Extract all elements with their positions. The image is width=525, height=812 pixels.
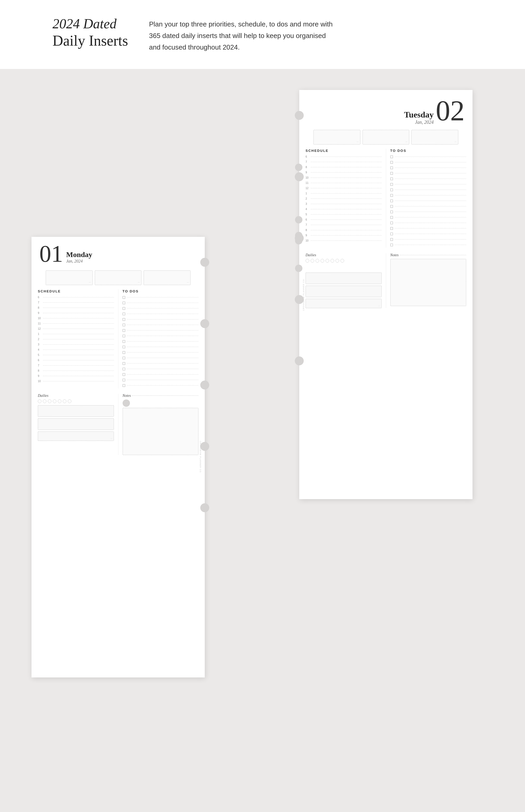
habit-circle-3[interactable] <box>316 259 319 263</box>
habit-circle-2[interactable] <box>311 259 314 263</box>
habit-circle-7[interactable] <box>335 259 339 263</box>
m-habit-circle-3[interactable] <box>48 400 51 403</box>
todo-row-7 <box>390 187 466 192</box>
todo-row-8 <box>390 193 466 198</box>
m-todo-row-15 <box>123 372 199 377</box>
monday-notes-header-line <box>132 395 198 396</box>
pages-container: CROSSBOW PLANNER CO. Tuesday Jan, 2024 0… <box>26 90 499 798</box>
hole-m-1 <box>200 258 209 267</box>
monday-dailies-boxes: ··· <box>38 405 114 441</box>
priority-box-1[interactable]: ··· <box>313 130 360 144</box>
header-description: Plan your top three priorities, schedule… <box>149 16 333 53</box>
todo-row-16 <box>390 237 466 242</box>
hole-3 <box>295 234 304 243</box>
tuesday-todo-rows <box>390 154 466 248</box>
tuesday-notes-col: Notes <box>386 253 466 308</box>
monday-notes-header: Notes <box>123 394 131 398</box>
m-dailies-box-1[interactable] <box>38 405 114 417</box>
todo-row-12 <box>390 215 466 220</box>
todo-row-3 <box>390 165 466 171</box>
habit-circle-6[interactable] <box>330 259 334 263</box>
monday-priority-box-2[interactable]: ··· <box>95 270 142 285</box>
m-todo-row-17 <box>123 383 199 388</box>
bottom-padding <box>31 457 205 463</box>
tuesday-schedule-col: SCHEDULE 6 7 8 9 10 11 12 1 <box>305 149 386 248</box>
habit-circle-4[interactable] <box>320 259 324 263</box>
monday-page: CROSSBOW PLANNER CO. 01 Monday Jan, 2024… <box>31 237 205 677</box>
m-todo-row-12 <box>123 355 199 361</box>
tuesday-header: Tuesday Jan, 2024 02 <box>299 90 472 128</box>
todo-row-4 <box>390 171 466 176</box>
priority-box-3[interactable]: ··· <box>411 130 458 144</box>
m-hour-row-4: 4 <box>38 347 114 353</box>
monday-schedule-rows: 6 7 8 9 10 11 12 1 2 3 4 5 6 7 8 <box>38 295 114 384</box>
hole-marker-8: 8 <box>305 165 382 170</box>
m-habit-circle-5[interactable] <box>58 400 61 403</box>
tuesday-dailies-header: Dailies <box>305 253 382 257</box>
todo-row-5 <box>390 176 466 182</box>
dailies-box-1[interactable] <box>305 272 382 284</box>
m-todo-row-2 <box>123 300 199 306</box>
habit-circle-1[interactable] <box>305 259 309 263</box>
tuesday-todo-col: TO DOS <box>386 149 466 248</box>
m-habit-circle-7[interactable] <box>68 400 71 403</box>
tuesday-day-name: Tuesday <box>404 110 434 120</box>
hour-row-12: 12 <box>305 186 382 191</box>
m-todo-row-3 <box>123 306 199 311</box>
header: 2024 Dated Daily Inserts Plan your top t… <box>0 0 525 69</box>
m-hour-row-3: 3 <box>38 342 114 347</box>
m-todo-row-5 <box>123 317 199 322</box>
m-todo-row-4 <box>123 311 199 316</box>
hour-row-5: 5 <box>305 212 382 217</box>
monday-day-info: Monday Jan, 2024 <box>66 250 92 264</box>
tuesday-page: CROSSBOW PLANNER CO. Tuesday Jan, 2024 0… <box>299 90 472 499</box>
todo-row-15 <box>390 231 466 237</box>
tuesday-notes-area[interactable] <box>390 259 466 306</box>
m-hour-row-6b: 6 <box>38 358 114 363</box>
m-hour-row-9b: 9 <box>38 374 114 379</box>
m-todo-row-14 <box>123 366 199 372</box>
hour-row-10: 10 <box>305 175 382 181</box>
hour-row-7: 7 <box>305 159 382 165</box>
m-habit-circle-1[interactable] <box>38 400 42 403</box>
mon-hole-bottom <box>123 400 199 407</box>
m-hour-row-9: 9 <box>38 311 114 316</box>
monday-content: SCHEDULE 6 7 8 9 10 11 12 1 2 3 4 5 <box>31 287 205 391</box>
hour-row-9: 9 <box>305 170 382 175</box>
m-todo-row-13 <box>123 361 199 366</box>
m-hour-row-8: 8 <box>38 305 114 311</box>
m-habit-circle-2[interactable] <box>43 400 46 403</box>
todo-row-13 <box>390 220 466 225</box>
habit-circle-5[interactable] <box>326 259 329 263</box>
m-todo-row-8 <box>123 333 199 339</box>
tuesday-notes-header-row: Notes <box>390 253 466 257</box>
todo-row-2 <box>390 160 466 165</box>
tuesday-priority-row: ··· ··· ··· <box>307 128 465 146</box>
monday-schedule-col: SCHEDULE 6 7 8 9 10 11 12 1 2 3 4 5 <box>38 289 118 388</box>
monday-priority-row: ··· ··· ··· <box>40 268 197 287</box>
dailies-box-3[interactable]: ··· <box>305 299 382 308</box>
priority-box-2[interactable]: ··· <box>362 130 409 144</box>
dailies-box-2[interactable] <box>305 286 382 297</box>
tuesday-habit-circles <box>305 259 382 263</box>
m-habit-circle-4[interactable] <box>53 400 57 403</box>
monday-priority-box-1[interactable]: ··· <box>46 270 93 285</box>
hole-2 <box>295 172 304 181</box>
hole-m-3 <box>200 380 209 389</box>
monday-priority-box-3[interactable]: ··· <box>144 270 191 285</box>
tuesday-dailies-col: Dailies <box>305 253 386 308</box>
monday-todo-col: TO DOS <box>118 289 199 388</box>
hour-row-2: 2 <box>305 196 382 201</box>
m-hour-row-12: 12 <box>38 326 114 331</box>
monday-habit-circles <box>38 400 114 403</box>
title-block: 2024 Dated Daily Inserts <box>52 16 128 50</box>
m-todo-row-6 <box>123 322 199 328</box>
monday-sidebar-label: CROSSBOW PLANNER CO. <box>199 441 201 473</box>
m-dailies-box-3[interactable]: ··· <box>38 432 114 441</box>
m-dailies-box-2[interactable] <box>38 418 114 430</box>
hole-marker-6b: 6 <box>305 217 382 222</box>
todo-row-14 <box>390 226 466 231</box>
habit-circle-8[interactable] <box>341 259 344 263</box>
m-habit-circle-6[interactable] <box>63 400 66 403</box>
monday-notes-area[interactable] <box>123 408 199 455</box>
